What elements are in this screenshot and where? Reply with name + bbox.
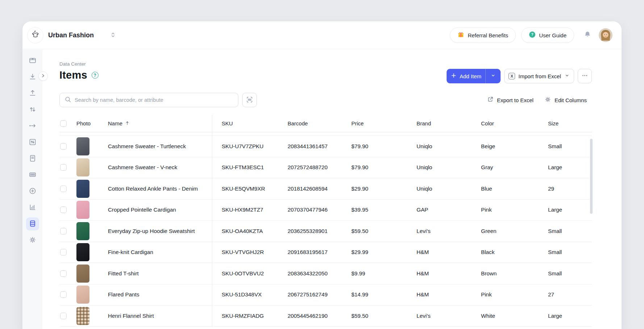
row-checkbox[interactable] <box>60 207 67 213</box>
sidebar-item-notes[interactable] <box>26 152 39 165</box>
item-name: Flared Pants <box>108 291 212 298</box>
scrolled-row-sliver <box>59 132 592 136</box>
import-from-excel-button[interactable]: X Import from Excel <box>504 69 574 83</box>
row-checkbox[interactable] <box>60 186 67 192</box>
column-header-barcode[interactable]: Barcode <box>278 120 342 126</box>
column-header-sku[interactable]: SKU <box>212 120 278 126</box>
search-input[interactable] <box>75 97 233 103</box>
more-actions-button[interactable] <box>578 69 592 83</box>
sidebar-nav <box>22 50 42 329</box>
gift-icon <box>457 31 464 39</box>
sidebar-item-move-out[interactable] <box>26 120 39 133</box>
column-header-photo[interactable]: Photo <box>76 120 108 126</box>
row-checkbox[interactable] <box>60 143 67 150</box>
item-sku: SKU-VTVGHJ2R <box>212 249 278 255</box>
edit-columns-label: Edit Columns <box>555 97 587 103</box>
item-color: Pink <box>471 291 538 298</box>
item-photo <box>76 158 89 176</box>
table-row[interactable]: Cashmere Sweater - Turtleneck SKU-U7V7ZP… <box>59 136 592 157</box>
user-avatar[interactable] <box>599 28 612 42</box>
sidebar-item-items[interactable] <box>26 217 39 230</box>
sidebar-item-settings[interactable] <box>26 234 39 247</box>
item-color: White <box>471 313 538 319</box>
item-price: $29.90 <box>342 186 407 192</box>
item-size: 29 <box>538 186 592 192</box>
table-row[interactable]: Fine-knit Cardigan SKU-VTVGHJ2R 20916831… <box>59 242 592 263</box>
item-color: Black <box>471 249 538 255</box>
table-scrollbar-thumb[interactable] <box>590 139 593 214</box>
item-color: Blue <box>471 186 538 192</box>
scan-barcode-button[interactable] <box>242 93 257 107</box>
barcode-icon <box>29 171 37 180</box>
help-circle-icon: ? <box>529 31 536 39</box>
sidebar-item-upload[interactable] <box>26 87 39 100</box>
item-sku: SKU-U7V7ZPKU <box>212 143 278 150</box>
row-checkbox[interactable] <box>60 164 67 171</box>
bell-icon <box>583 30 592 40</box>
sidebar-item-box[interactable] <box>26 54 39 67</box>
sidebar-item-stock-count[interactable] <box>26 136 39 149</box>
select-all-checkbox[interactable] <box>60 120 67 127</box>
item-photo <box>76 201 89 219</box>
items-help-icon[interactable]: ? <box>92 72 99 79</box>
item-photo <box>76 137 89 155</box>
table-row[interactable]: Everyday Zip-up Hoodie Sweatshirt SKU-OA… <box>59 221 592 242</box>
item-brand: H&M <box>407 270 471 277</box>
sidebar-item-transfer[interactable] <box>26 103 39 116</box>
import-from-excel-label: Import from Excel <box>518 73 561 79</box>
table-row[interactable]: Cropped Pointelle Cardigan SKU-HX9M2TZ7 … <box>59 200 592 221</box>
item-sku: SKU-0OTVBVU2 <box>212 270 278 277</box>
notes-icon <box>29 154 37 163</box>
row-checkbox[interactable] <box>60 228 67 234</box>
column-header-brand[interactable]: Brand <box>407 120 471 126</box>
item-name: Cashmere Sweater - V-neck <box>108 164 212 171</box>
sidebar-item-reports[interactable] <box>26 201 39 214</box>
table-actions: Export to Excel Edit Columns <box>487 96 587 104</box>
table-row[interactable]: Cotton Relaxed Ankle Pants - Denim SKU-E… <box>59 178 592 200</box>
sidebar-item-barcode[interactable] <box>26 168 39 182</box>
edit-columns-button[interactable]: Edit Columns <box>544 96 587 104</box>
add-item-button[interactable]: Add Item <box>447 69 501 83</box>
search-box <box>59 93 238 107</box>
user-guide-label: User Guide <box>539 32 566 38</box>
page-title: Items <box>59 69 87 81</box>
column-header-size[interactable]: Size <box>538 120 592 126</box>
top-bar: Urban Fashion Re <box>22 21 622 49</box>
row-checkbox[interactable] <box>60 249 67 255</box>
table-row[interactable]: Cashmere Sweater - V-neck SKU-FTM3ESC1 2… <box>59 157 592 179</box>
user-guide-button[interactable]: ? User Guide <box>521 28 574 43</box>
app-logo <box>27 27 43 43</box>
box-icon <box>29 57 37 66</box>
workspace-switcher[interactable] <box>110 32 116 39</box>
sidebar-expand-button[interactable] <box>38 71 48 81</box>
column-header-price[interactable]: Price <box>342 120 407 126</box>
item-barcode: 2083634322050 <box>278 270 342 277</box>
table-row[interactable]: Fitted T-shirt SKU-0OTVBVU2 208363432205… <box>59 263 592 284</box>
item-size: Small <box>538 143 592 150</box>
column-header-name[interactable]: Name <box>108 120 212 127</box>
referral-benefits-button[interactable]: Referral Benefits <box>450 28 516 43</box>
sidebar-item-add[interactable] <box>26 185 39 198</box>
row-checkbox[interactable] <box>60 270 67 277</box>
item-price: $14.99 <box>342 291 407 298</box>
export-to-excel-label: Export to Excel <box>497 97 534 103</box>
notifications-button[interactable] <box>582 29 593 41</box>
item-name: Cashmere Sweater - Turtleneck <box>108 143 212 150</box>
add-item-dropdown[interactable] <box>486 69 501 83</box>
row-checkbox[interactable] <box>60 291 67 298</box>
row-checkbox[interactable] <box>60 313 67 319</box>
item-barcode: 2072572488720 <box>278 164 342 171</box>
item-name: Cropped Pointelle Cardigan <box>108 207 212 213</box>
item-size: Small <box>538 249 592 255</box>
table-row[interactable]: Henri Flannel Shirt SKU-RMZFIADG 2005445… <box>59 305 592 327</box>
table-header-row: Photo Name SKU Barcode Price Brand Color… <box>59 115 592 132</box>
export-to-excel-button[interactable]: Export to Excel <box>487 96 534 104</box>
column-header-color[interactable]: Color <box>471 120 538 126</box>
item-barcode: 2005445462190 <box>278 313 342 319</box>
item-photo <box>76 307 89 325</box>
sidebar-item-download[interactable] <box>26 71 39 84</box>
download-icon <box>29 73 37 82</box>
item-color: Beige <box>471 143 538 150</box>
table-row[interactable]: Flared Pants SKU-51D348VX 2067275162749 … <box>59 284 592 306</box>
item-barcode: 2083441361457 <box>278 143 342 150</box>
